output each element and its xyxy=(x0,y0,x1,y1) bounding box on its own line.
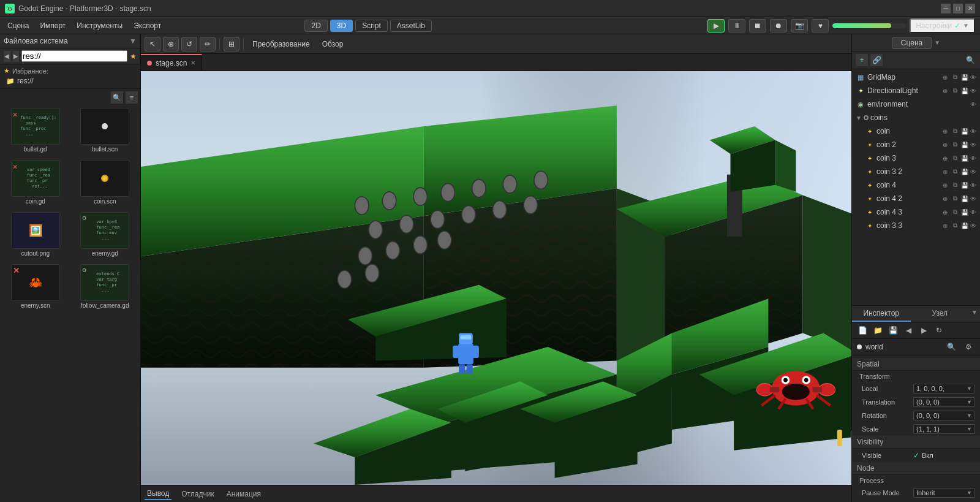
tree-vis-environment[interactable]: 👁 xyxy=(970,101,976,108)
stop-button[interactable]: ⏹ xyxy=(749,19,766,32)
heart-button[interactable]: ♥ xyxy=(812,19,829,32)
tree-vis-coin-3[interactable]: 👁 xyxy=(970,155,976,162)
tree-item-coin-3[interactable]: ✦ coin 3 ⊕ ⧉ 💾 👁 xyxy=(852,151,980,165)
scale-value[interactable]: (1, 1, 1) ▼ xyxy=(913,424,975,434)
screenshot-button[interactable]: 📷 xyxy=(791,19,808,32)
tree-vis-coin-3-3[interactable]: 👁 xyxy=(970,222,976,229)
insp-history-button[interactable]: ↻ xyxy=(932,324,946,337)
tree-item-coins-group[interactable]: ▼ coins xyxy=(852,111,980,124)
fs-forward-button[interactable]: ▶ xyxy=(13,51,20,62)
assetlib-button[interactable]: AssetLib xyxy=(390,20,432,32)
tree-item-coin-4[interactable]: ✦ coin 4 ⊕ ⧉ 💾 👁 xyxy=(852,178,980,192)
tree-vis-coin-4[interactable]: 👁 xyxy=(970,182,976,189)
move-tool-button[interactable]: ⊕ xyxy=(163,37,179,51)
local-value[interactable]: 1, 0, 0, 0, ▼ xyxy=(913,384,975,394)
translation-value[interactable]: (0, 0, 0) ▼ xyxy=(913,397,975,407)
close-button[interactable]: ✕ xyxy=(965,4,975,13)
file-list-toggle-button[interactable]: ≡ xyxy=(126,91,138,104)
fs-bookmark-icon[interactable]: ★ xyxy=(130,52,137,61)
insp-save-button[interactable]: 💾 xyxy=(886,324,900,337)
favorites-item-res[interactable]: 📁 res:// xyxy=(4,76,137,86)
tab-close-button[interactable]: ✕ xyxy=(190,59,195,66)
tree-action-save-light[interactable]: 💾 xyxy=(960,88,969,94)
filesystem-dropdown-arrow[interactable]: ▼ xyxy=(129,37,137,45)
insp-forward-button[interactable]: ▶ xyxy=(917,324,930,337)
tree-vis-light[interactable]: 👁 xyxy=(970,88,976,94)
file-item-bullet-scn[interactable]: bullet.scn xyxy=(72,106,138,154)
node-settings-button[interactable]: ⚙ xyxy=(962,341,975,353)
scene-label-button[interactable]: Сцена xyxy=(892,37,932,49)
menu-scene[interactable]: Сцена xyxy=(2,20,34,32)
tree-vis-coin[interactable]: 👁 xyxy=(970,128,976,135)
tree-vis-coin-4-3[interactable]: 👁 xyxy=(970,209,976,216)
tree-action-copy-light[interactable]: ⧉ xyxy=(951,87,959,94)
node-search-button[interactable]: 🔍 xyxy=(944,341,958,353)
inspector-tab-node[interactable]: Узел xyxy=(911,306,970,322)
tree-action-copy-gridmap[interactable]: ⧉ xyxy=(951,74,959,81)
play-button[interactable]: ▶ xyxy=(707,19,725,32)
file-search-button[interactable]: 🔍 xyxy=(111,91,123,104)
insp-new-script-button[interactable]: 📄 xyxy=(856,324,869,337)
tree-vis-gridmap[interactable]: 👁 xyxy=(970,74,976,81)
file-item-enemy-scn[interactable]: ✕ 🦀 enemy.scn xyxy=(2,262,69,311)
tree-item-gridmap[interactable]: ▦ GridMap ⊕ ⧉ 💾 👁 xyxy=(852,70,980,84)
maximize-button[interactable]: □ xyxy=(953,4,963,13)
view-menu-button[interactable]: Обзор xyxy=(317,39,349,50)
tree-action-save-gridmap[interactable]: 💾 xyxy=(960,74,969,81)
pause-mode-value[interactable]: Inherit ▼ xyxy=(913,488,975,498)
tree-item-coin[interactable]: ✦ coin ⊕ ⧉ 💾 👁 xyxy=(852,124,980,138)
menu-tools[interactable]: Инструменты xyxy=(72,20,127,32)
tree-item-coin-4-2[interactable]: ✦ coin 4 2 ⊕ ⧉ 💾 👁 xyxy=(852,192,980,205)
output-tab[interactable]: Вывод xyxy=(145,488,172,500)
animation-tab[interactable]: Анимация xyxy=(224,489,263,500)
file-item-coin-gd[interactable]: ✕ var speedfunc _reafunc _pr rot... coin… xyxy=(2,158,69,207)
titlebar-controls[interactable]: ─ □ ✕ xyxy=(941,4,975,13)
menu-import[interactable]: Импорт xyxy=(35,20,70,32)
3d-mode-button[interactable]: 3D xyxy=(330,20,353,32)
scene-dropdown-arrow[interactable]: ▼ xyxy=(934,39,940,46)
pause-button[interactable]: ⏸ xyxy=(728,19,745,32)
rotation-value[interactable]: (0, 0, 0) ▼ xyxy=(913,411,975,420)
scene-search-button[interactable]: 🔍 xyxy=(964,54,976,66)
fs-path-input[interactable] xyxy=(21,50,127,62)
stage-scn-tab[interactable]: stage.scn ✕ xyxy=(141,54,202,70)
tree-item-coin-3-3[interactable]: ✦ coin 3 3 ⊕ ⧉ 💾 👁 xyxy=(852,219,980,232)
debugger-tab[interactable]: Отладчик xyxy=(179,489,216,500)
scene-link-button[interactable]: 🔗 xyxy=(870,54,883,66)
file-item-enemy-gd[interactable]: ⚙ var hp=3func _reafunc mov ... enemy.gd xyxy=(72,210,138,259)
insp-back-button[interactable]: ◀ xyxy=(902,324,915,337)
tree-action-save-coin[interactable]: 💾 xyxy=(960,128,969,135)
tree-vis-coin-4-2[interactable]: 👁 xyxy=(970,196,976,202)
3d-viewport[interactable]: [ Перспектива ] xyxy=(141,71,851,485)
file-item-follow-camera-gd[interactable]: ⚙ extends Cvar targfunc _pr ... follow_c… xyxy=(72,262,138,311)
inspector-tab-inspector[interactable]: Инспектор xyxy=(852,306,911,322)
settings-button[interactable]: Настройки ✓ ▼ xyxy=(910,18,975,33)
coins-expand-arrow[interactable]: ▼ xyxy=(856,115,862,121)
snap-tool-button[interactable]: ⊞ xyxy=(224,37,239,51)
tree-item-coin-2[interactable]: ✦ coin 2 ⊕ ⧉ 💾 👁 xyxy=(852,138,980,151)
tree-item-directionallight[interactable]: ✦ DirectionalLight ⊕ ⧉ 💾 👁 xyxy=(852,84,980,97)
tree-item-coin-3-2[interactable]: ✦ coin 3 2 ⊕ ⧉ 💾 👁 xyxy=(852,165,980,178)
file-item-bullet-gd[interactable]: ✕ func _ready(): passfunc _proc ... bull… xyxy=(2,106,69,154)
tree-item-coin-4-3[interactable]: ✦ coin 4 3 ⊕ ⧉ 💾 👁 xyxy=(852,205,980,219)
scene-add-button[interactable]: + xyxy=(856,54,868,66)
transform-menu-button[interactable]: Преобразование xyxy=(247,39,315,50)
tree-action-move-coin[interactable]: ⊕ xyxy=(941,128,949,135)
insp-search-button[interactable]: 📁 xyxy=(871,324,884,337)
file-item-cutout-png[interactable]: 🖼️ cutout.png xyxy=(2,210,69,259)
fs-back-button[interactable]: ◀ xyxy=(4,51,10,62)
tree-action-move-gridmap[interactable]: ⊕ xyxy=(941,74,949,81)
record-button[interactable]: ⏺ xyxy=(770,19,787,32)
select-tool-button[interactable]: ↖ xyxy=(145,37,160,51)
tree-action-move-light[interactable]: ⊕ xyxy=(941,88,949,94)
file-item-coin-scn[interactable]: coin.scn xyxy=(72,158,138,207)
script-mode-button[interactable]: Script xyxy=(355,20,388,32)
rotate-tool-button[interactable]: ↺ xyxy=(181,37,197,51)
tree-vis-coin-3-2[interactable]: 👁 xyxy=(970,169,976,175)
inspector-tabs-arrow[interactable]: ▼ xyxy=(969,306,980,322)
tree-action-copy-coin[interactable]: ⧉ xyxy=(951,127,959,135)
minimize-button[interactable]: ─ xyxy=(941,4,951,13)
tree-vis-coin-2[interactable]: 👁 xyxy=(970,142,976,148)
2d-mode-button[interactable]: 2D xyxy=(304,20,327,32)
scale-tool-button[interactable]: ✏ xyxy=(200,37,216,51)
